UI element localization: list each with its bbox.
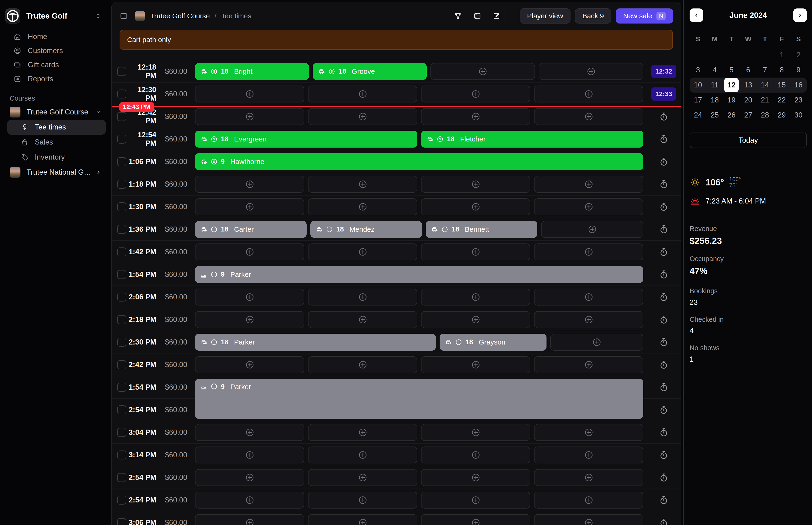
empty-slot[interactable] [308,289,417,305]
row-checkbox[interactable] [117,112,126,121]
empty-slot[interactable] [534,356,643,373]
empty-slot[interactable] [534,108,643,125]
empty-slot[interactable] [308,514,417,525]
empty-slot[interactable] [541,221,643,238]
empty-slot[interactable] [421,243,530,260]
empty-slot[interactable] [195,289,304,305]
sidebar-item-sales[interactable]: Sales [7,135,106,150]
sidebar-item-customers[interactable]: Customers [0,44,111,58]
trophy-icon[interactable] [454,12,462,20]
row-checkbox[interactable] [117,292,126,301]
calendar-day[interactable]: 25 [707,108,722,122]
empty-slot[interactable] [534,424,643,441]
empty-slot[interactable] [308,469,417,486]
empty-slot[interactable] [195,447,304,463]
timer-icon[interactable] [659,405,669,415]
empty-slot[interactable] [534,243,643,260]
calendar-day[interactable]: 30 [791,108,806,122]
empty-slot[interactable] [534,469,643,486]
row-checkbox[interactable] [117,518,126,525]
timer-icon[interactable] [659,495,669,505]
sidebar-item-inventory[interactable]: Inventory [7,150,106,165]
empty-slot[interactable] [308,311,417,328]
calendar-day[interactable]: 28 [758,108,772,122]
empty-slot[interactable] [195,424,304,441]
timer-icon[interactable] [659,518,669,525]
empty-slot[interactable] [421,86,530,103]
booking-chip[interactable]: 18Parker [195,334,436,351]
empty-slot[interactable] [421,311,530,328]
row-checkbox[interactable] [117,428,126,437]
empty-slot[interactable] [308,447,417,463]
booking-chip[interactable]: 18Bennett [426,221,537,238]
sidebar-toggle-icon[interactable] [120,12,128,20]
row-checkbox[interactable] [117,338,126,347]
empty-slot[interactable] [534,311,643,328]
empty-slot[interactable] [308,492,417,509]
row-checkbox[interactable] [117,383,126,392]
empty-slot[interactable] [195,311,304,328]
booking-chip[interactable]: 18Mendez [310,221,422,238]
empty-slot[interactable] [308,86,417,103]
calendar-day[interactable]: 22 [775,93,789,107]
timer-icon[interactable] [659,472,669,483]
empty-slot[interactable] [308,356,417,373]
calendar-day[interactable]: 16 [791,78,806,92]
calendar-day[interactable]: 20 [741,93,755,107]
sidebar-item-tee-times[interactable]: Tee times [7,120,106,135]
calendar-day[interactable]: 11 [707,78,722,92]
booking-chip[interactable]: $18Fletcher [421,131,643,148]
row-checkbox[interactable] [117,202,126,211]
empty-slot[interactable] [534,86,643,103]
timer-icon[interactable] [659,450,669,460]
calendar-next-button[interactable] [793,9,807,22]
chevron-up-down-icon[interactable] [94,12,102,20]
row-checkbox[interactable] [117,225,126,234]
calendar-day[interactable]: 1 [775,48,789,62]
course-item-secondary[interactable]: Trutee National Golf... [0,165,111,180]
calendar-day[interactable]: 14 [758,78,772,92]
calendar-day[interactable]: 10 [691,78,705,92]
timer-icon[interactable] [659,360,669,370]
calendar-day[interactable]: 3 [691,63,705,77]
sidebar-item-home[interactable]: Home [0,30,111,44]
empty-slot[interactable] [195,198,304,215]
breadcrumb-course[interactable]: Trutee Golf Course [150,12,210,20]
empty-slot[interactable] [421,492,530,509]
timer-icon[interactable] [659,427,669,438]
empty-slot[interactable] [421,108,530,125]
empty-slot[interactable] [421,469,530,486]
empty-slot[interactable] [534,289,643,305]
new-sale-button[interactable]: New saleN [616,9,673,24]
booking-chip[interactable]: $18Groove [313,63,427,80]
calendar-day[interactable]: 9 [791,63,806,77]
timer-icon[interactable] [659,382,669,392]
row-checkbox[interactable] [117,247,126,256]
row-checkbox[interactable] [117,180,126,189]
empty-slot[interactable] [195,514,304,525]
timer-icon[interactable] [659,337,669,347]
cash-register-icon[interactable] [473,12,481,20]
row-checkbox[interactable] [117,315,126,324]
booking-chip[interactable]: 9Parker [195,379,643,419]
calendar-day[interactable]: 7 [758,63,772,77]
empty-slot[interactable] [421,356,530,373]
empty-slot[interactable] [421,424,530,441]
empty-slot[interactable] [421,289,530,305]
row-checkbox[interactable] [117,473,126,482]
timer-icon[interactable] [659,314,669,325]
timer-icon[interactable] [659,292,669,302]
today-button[interactable]: Today [690,133,807,148]
timer-icon[interactable] [659,201,669,212]
row-checkbox[interactable] [117,157,126,166]
calendar-day[interactable]: 27 [741,108,755,122]
row-checkbox[interactable] [117,270,126,279]
booking-chip[interactable]: 18Grayson [440,334,546,351]
timer-icon[interactable] [659,247,669,257]
calendar-day[interactable]: 13 [741,78,755,92]
empty-slot[interactable] [195,108,304,125]
empty-slot[interactable] [421,176,530,193]
calendar-day[interactable]: 21 [758,93,772,107]
empty-slot[interactable] [430,63,535,80]
empty-slot[interactable] [534,198,643,215]
